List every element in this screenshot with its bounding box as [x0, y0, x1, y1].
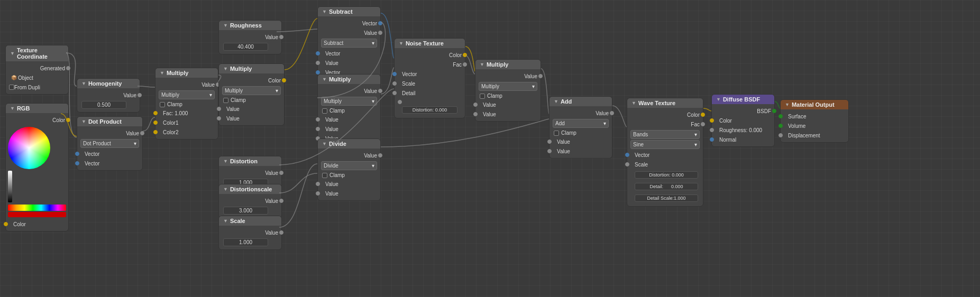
wt-detail-input[interactable]	[635, 183, 698, 190]
from-dupli-checkbox[interactable]	[9, 85, 14, 90]
multiply4-dropdown[interactable]: Multiply ▾	[479, 82, 537, 91]
m4-value-in-socket[interactable]	[473, 103, 478, 107]
color-wheel[interactable]	[8, 127, 50, 169]
subtract-collapse-icon[interactable]: ▼	[322, 9, 327, 14]
homogenity-value-socket[interactable]	[138, 93, 142, 97]
wave-sine-dropdown[interactable]: Sine ▾	[630, 140, 700, 149]
scale-value-input[interactable]	[223, 238, 268, 246]
brightness-slider[interactable]	[8, 171, 12, 202]
hue-strip[interactable]	[8, 205, 66, 211]
bsdf-out-socket[interactable]	[772, 109, 776, 113]
m2-color-socket[interactable]	[282, 78, 286, 82]
subtract-dropdown[interactable]: Subtract ▾	[321, 39, 377, 48]
dscale-value-socket[interactable]	[279, 199, 283, 203]
distortionscale-value-input[interactable]	[223, 207, 268, 215]
scale-collapse-icon[interactable]: ▼	[223, 218, 228, 224]
mo-displacement-socket[interactable]	[778, 133, 783, 137]
homogenity-collapse-icon[interactable]: ▼	[81, 81, 86, 86]
homogenity-value-input[interactable]	[81, 101, 126, 109]
scale-value-socket[interactable]	[279, 230, 283, 235]
diffuse-bsdf-collapse-icon[interactable]: ▼	[716, 97, 721, 102]
m1-color2-socket[interactable]	[153, 130, 158, 134]
bsdf-normal-row: Normal	[712, 135, 774, 144]
add-dropdown[interactable]: Add ▾	[553, 119, 609, 128]
dist-value-socket[interactable]	[279, 171, 283, 175]
mo-surface-socket[interactable]	[778, 114, 783, 118]
nt-detail-socket[interactable]	[392, 91, 397, 95]
dp-value-out-socket[interactable]	[140, 131, 144, 135]
nt-scale-socket[interactable]	[392, 81, 397, 86]
sub-vector-out-socket[interactable]	[378, 21, 382, 25]
dot-product-dropdown[interactable]: Dot Product ▾	[80, 139, 139, 148]
distortion-collapse-icon[interactable]: ▼	[223, 159, 228, 164]
m4-value-out-socket[interactable]	[538, 74, 543, 78]
dot-product-node: ▼ Dot Product Value Dot Product ▾ Vector…	[77, 116, 143, 171]
wt-distortion-input[interactable]	[635, 171, 698, 179]
add-collapse-icon[interactable]: ▼	[554, 99, 558, 104]
generated-socket[interactable]	[66, 66, 70, 70]
multiply2-dropdown[interactable]: Multiply ▾	[222, 86, 281, 95]
multiply1-collapse-icon[interactable]: ▼	[160, 70, 164, 76]
div-value2-in-socket[interactable]	[316, 191, 320, 196]
m4-value2-in-socket[interactable]	[473, 112, 478, 116]
material-output-collapse-icon[interactable]: ▼	[785, 102, 790, 107]
multiply3-collapse-icon[interactable]: ▼	[322, 77, 327, 82]
sub-value-in-socket[interactable]	[316, 61, 320, 65]
rgb-collapse-icon[interactable]: ▼	[10, 106, 15, 111]
nt-vector-socket[interactable]	[392, 72, 397, 76]
roughness-value-input[interactable]	[223, 43, 268, 51]
m1-color1-socket[interactable]	[153, 120, 158, 125]
nt-fac-socket[interactable]	[463, 62, 467, 67]
distortionscale-collapse-icon[interactable]: ▼	[223, 187, 228, 192]
color-input-socket[interactable]	[4, 222, 8, 226]
roughness-value-socket[interactable]	[279, 35, 283, 39]
multiply2-collapse-icon[interactable]: ▼	[223, 66, 228, 71]
nt-distortion-input[interactable]	[402, 106, 457, 114]
m3-clamp-checkbox[interactable]	[322, 108, 327, 114]
color-picker-area[interactable]	[6, 125, 68, 219]
noise-texture-collapse-icon[interactable]: ▼	[399, 41, 404, 46]
sub-value-out-socket[interactable]	[378, 31, 382, 35]
collapse-icon[interactable]: ▼	[10, 51, 15, 56]
color-output-socket[interactable]	[66, 118, 70, 122]
div-clamp-checkbox[interactable]	[322, 173, 327, 178]
nt-color-socket[interactable]	[463, 53, 467, 57]
div-value-in-socket[interactable]	[316, 182, 320, 186]
dot-product-collapse-icon[interactable]: ▼	[81, 119, 86, 124]
bsdf-color-socket[interactable]	[710, 118, 714, 123]
dp-vector1-socket[interactable]	[75, 152, 79, 156]
bsdf-roughness-socket[interactable]	[710, 128, 714, 132]
multiply4-collapse-icon[interactable]: ▼	[480, 62, 484, 67]
m2-value2-socket[interactable]	[217, 116, 221, 120]
wt-vector-socket[interactable]	[625, 153, 629, 157]
bsdf-normal-socket[interactable]	[710, 137, 714, 142]
add-value-out-socket[interactable]	[610, 111, 614, 115]
dp-vector2-socket[interactable]	[75, 161, 79, 165]
multiply1-dropdown[interactable]: Multiply ▾	[159, 90, 215, 99]
add-value2-in-socket[interactable]	[547, 149, 552, 153]
multiply3-dropdown[interactable]: Multiply ▾	[321, 97, 377, 106]
sub-vector-in-socket[interactable]	[316, 51, 320, 55]
m2-value-socket[interactable]	[217, 107, 221, 111]
add-value-in-socket[interactable]	[547, 140, 552, 144]
nt-distortion-socket[interactable]	[398, 100, 402, 104]
m1-clamp-checkbox[interactable]	[160, 102, 165, 107]
wave-bands-dropdown[interactable]: Bands ▾	[630, 130, 700, 139]
div-value-out-socket[interactable]	[378, 153, 382, 157]
m3-value-in-socket[interactable]	[316, 117, 320, 122]
m3-value2-in-socket[interactable]	[316, 127, 320, 131]
m3-value-out-socket[interactable]	[378, 89, 382, 93]
m4-clamp-checkbox[interactable]	[480, 94, 485, 99]
divide-collapse-icon[interactable]: ▼	[322, 141, 327, 146]
wt-fac-socket[interactable]	[701, 122, 705, 126]
roughness-collapse-icon[interactable]: ▼	[223, 23, 228, 28]
m1-fac-socket[interactable]	[153, 111, 158, 115]
wt-color-socket[interactable]	[701, 113, 705, 117]
mo-volume-socket[interactable]	[778, 124, 783, 128]
wt-detail-scale-input[interactable]	[635, 194, 698, 202]
wave-texture-collapse-icon[interactable]: ▼	[631, 100, 636, 106]
add-clamp-checkbox[interactable]	[554, 131, 559, 136]
wt-scale-socket[interactable]	[625, 162, 629, 166]
divide-dropdown[interactable]: Divide ▾	[321, 161, 377, 170]
m2-clamp-checkbox[interactable]	[223, 98, 228, 103]
